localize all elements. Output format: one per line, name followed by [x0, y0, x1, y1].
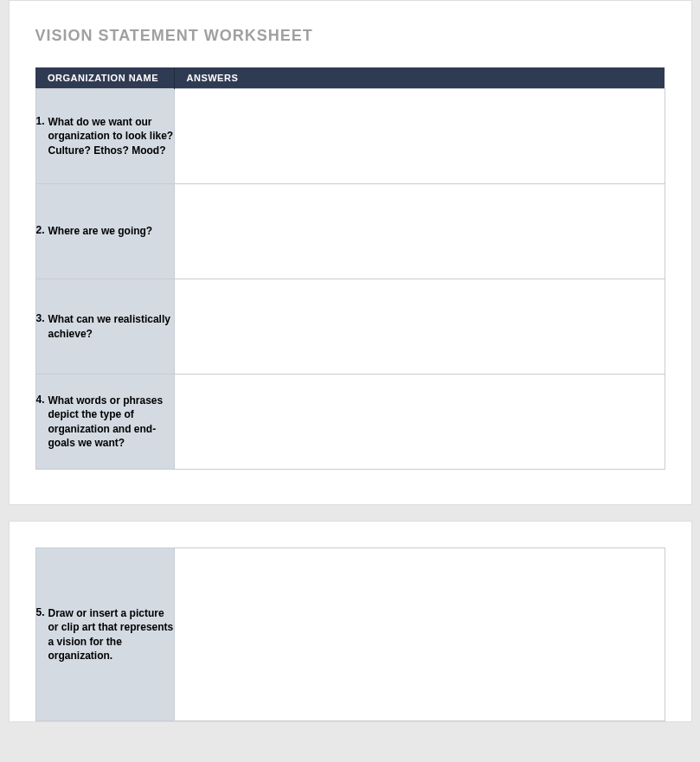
question-number: 2.	[36, 224, 45, 236]
worksheet-table-continued: 5. Draw or insert a picture or clip art …	[35, 547, 665, 721]
table-row: 5. Draw or insert a picture or clip art …	[35, 548, 665, 721]
answer-cell-4[interactable]	[174, 375, 665, 470]
table-row: 4. What words or phrases depict the type…	[35, 375, 665, 470]
worksheet-page-2: 5. Draw or insert a picture or clip art …	[9, 521, 692, 722]
question-text: Where are we going?	[48, 224, 153, 238]
worksheet-table: ORGANIZATION NAME ANSWERS 1. What do we …	[35, 67, 665, 470]
question-cell-3: 3. What can we realistically achieve?	[35, 279, 174, 375]
answer-cell-3[interactable]	[174, 279, 665, 375]
worksheet-page-1: VISION STATEMENT WORKSHEET ORGANIZATION …	[9, 0, 692, 505]
question-cell-1: 1. What do we want our organization to l…	[35, 89, 174, 184]
table-row: 3. What can we realistically achieve?	[35, 279, 665, 375]
page-title: VISION STATEMENT WORKSHEET	[35, 27, 665, 45]
question-number: 5.	[36, 606, 45, 618]
answer-cell-2[interactable]	[174, 184, 665, 279]
header-organization-name: ORGANIZATION NAME	[35, 67, 174, 89]
question-text: What words or phrases depict the type of…	[48, 394, 174, 450]
question-text: What do we want our organization to look…	[48, 115, 174, 157]
question-text: What can we realistically achieve?	[48, 312, 174, 340]
header-answers: ANSWERS	[174, 67, 665, 89]
question-number: 4.	[36, 394, 45, 406]
question-cell-4: 4. What words or phrases depict the type…	[35, 375, 174, 470]
table-row: 2. Where are we going?	[35, 184, 665, 279]
table-row: 1. What do we want our organization to l…	[35, 89, 665, 184]
question-cell-5: 5. Draw or insert a picture or clip art …	[35, 548, 174, 721]
answer-cell-5[interactable]	[174, 548, 665, 721]
question-number: 3.	[36, 312, 45, 324]
question-text: Draw or insert a picture or clip art tha…	[48, 606, 174, 663]
question-cell-2: 2. Where are we going?	[35, 184, 174, 279]
table-header-row: ORGANIZATION NAME ANSWERS	[35, 67, 665, 89]
answer-cell-1[interactable]	[174, 89, 665, 184]
question-number: 1.	[36, 115, 45, 127]
